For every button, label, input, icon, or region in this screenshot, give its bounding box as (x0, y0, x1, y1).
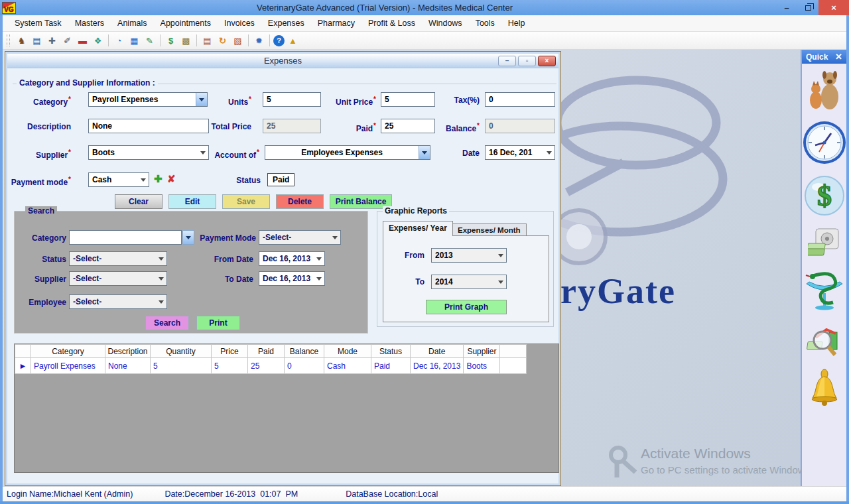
column-header[interactable]: Category (31, 345, 105, 358)
search-to-date-combobox[interactable]: Dec 16, 2013 (259, 271, 325, 286)
cell-balance[interactable]: 0 (285, 358, 324, 374)
instrument-icon[interactable]: ✐ (60, 34, 74, 48)
dialog-close-button[interactable]: × (538, 56, 556, 66)
quick-item-expenses[interactable]: $ (804, 175, 845, 216)
tax-input[interactable]: 0 (485, 92, 555, 107)
table-row[interactable]: ► Payroll Expenses None 5 5 25 0 Cash Pa… (15, 358, 527, 374)
column-header[interactable]: Balance (285, 345, 324, 358)
description-input[interactable]: None (88, 119, 209, 133)
stock-icon[interactable]: ▩ (179, 34, 193, 48)
clock-icon[interactable]: ◔ (112, 34, 126, 48)
cell-price[interactable]: 5 (212, 358, 248, 374)
chevron-down-icon[interactable] (197, 146, 208, 159)
search-status-combobox[interactable]: -Select- (69, 251, 167, 266)
chevron-down-icon[interactable] (495, 249, 506, 262)
chevron-down-icon[interactable] (495, 275, 506, 288)
search-from-date-combobox[interactable]: Dec 16, 2013 (259, 251, 325, 266)
contacts-icon[interactable]: ▤ (30, 34, 44, 48)
menu-expenses[interactable]: Expenses (261, 19, 311, 28)
menu-system-task[interactable]: System Task (8, 19, 68, 28)
help-icon[interactable]: ? (273, 35, 285, 46)
cell-description-selected[interactable]: None (105, 358, 151, 374)
tab-expenses-year[interactable]: Expenses/ Year (383, 221, 453, 236)
search-supplier-combobox[interactable]: -Select- (69, 271, 167, 286)
animals-icon[interactable]: ♞ (15, 34, 29, 48)
clear-button[interactable]: Clear (115, 194, 163, 209)
medicine-icon[interactable]: ▬ (76, 34, 90, 48)
quick-item-cash[interactable] (808, 226, 841, 259)
edit-button[interactable]: Edit (168, 194, 216, 209)
cell-quantity[interactable]: 5 (151, 358, 212, 374)
cell-supplier[interactable]: Boots (464, 358, 500, 374)
chevron-down-icon[interactable] (419, 146, 430, 159)
search-print-button[interactable]: Print (196, 316, 240, 330)
chevron-down-icon[interactable] (137, 173, 149, 186)
menu-masters[interactable]: Masters (68, 19, 111, 28)
quick-item-appointments[interactable] (802, 120, 847, 165)
search-button[interactable]: Search (145, 316, 189, 330)
dialog-maximize-button[interactable]: ▫ (518, 56, 536, 66)
column-header[interactable]: Date (411, 345, 464, 358)
dollar-icon[interactable]: $ (164, 34, 178, 48)
menu-help[interactable]: Help (501, 19, 532, 28)
remove-payment-mode-icon[interactable]: ✘ (167, 173, 176, 185)
refresh-icon[interactable]: ↻ (216, 34, 229, 48)
chevron-down-icon[interactable] (196, 93, 207, 106)
add-payment-mode-icon[interactable]: ✚ (154, 173, 163, 185)
bird-icon[interactable]: ❖ (91, 34, 105, 48)
save-button[interactable]: Save (222, 194, 270, 209)
payment-mode-combobox[interactable]: Cash (88, 172, 149, 187)
cell-paid[interactable]: 25 (248, 358, 285, 374)
quick-item-reports[interactable] (807, 323, 842, 359)
menu-profit-loss[interactable]: Profit & Loss (361, 19, 422, 28)
cell-category[interactable]: Payroll Expenses (31, 358, 105, 374)
print-graph-button[interactable]: Print Graph (426, 300, 507, 314)
date-combobox[interactable]: 16 Dec, 201 (485, 145, 555, 160)
column-header[interactable]: Price (212, 345, 248, 358)
syringe-icon[interactable]: ✚ (45, 34, 59, 48)
print-icon[interactable]: ▤ (200, 34, 214, 48)
quick-item-pets[interactable] (806, 69, 843, 110)
archive-icon[interactable]: ▧ (231, 34, 245, 48)
menu-appointments[interactable]: Appointments (154, 19, 218, 28)
chevron-down-icon[interactable] (329, 231, 340, 244)
category-combobox[interactable]: Payroll Expenses (88, 92, 208, 107)
cell-mode[interactable]: Cash (324, 358, 371, 374)
quick-close-icon[interactable]: ✕ (835, 52, 842, 62)
menu-pharmacy[interactable]: Pharmacy (311, 19, 361, 28)
unit-price-input[interactable]: 5 (381, 92, 435, 107)
current-row-marker-icon[interactable]: ► (15, 358, 31, 374)
chevron-down-icon[interactable] (313, 252, 324, 265)
report-from-combobox[interactable]: 2013 (431, 248, 507, 263)
supplier-combobox[interactable]: Boots (88, 145, 209, 160)
search-payment-mode-combobox[interactable]: -Select- (259, 230, 341, 245)
search-employee-combobox[interactable]: -Select- (69, 294, 167, 309)
chevron-down-icon[interactable] (155, 272, 166, 285)
delete-button[interactable]: Delete (276, 194, 324, 209)
chevron-down-icon[interactable] (155, 295, 166, 308)
column-header[interactable]: Quantity (151, 345, 212, 358)
menu-invoices[interactable]: Invoices (218, 19, 261, 28)
quick-item-pharmacy[interactable] (804, 269, 845, 313)
invoice-icon[interactable]: ✎ (143, 34, 157, 48)
report-to-combobox[interactable]: 2014 (431, 275, 507, 289)
search-category-dropdown-button[interactable] (182, 230, 194, 245)
alarm-icon[interactable]: ✹ (252, 34, 266, 48)
column-header[interactable]: Status (371, 345, 411, 358)
cell-date[interactable]: Dec 16, 2013 (411, 358, 464, 374)
paid-input[interactable]: 25 (381, 119, 435, 133)
units-input[interactable]: 5 (263, 92, 321, 107)
column-header[interactable]: Mode (324, 345, 371, 358)
menu-tools[interactable]: Tools (469, 19, 501, 28)
cell-status[interactable]: Paid (371, 358, 411, 374)
dialog-minimize-button[interactable]: – (498, 56, 516, 66)
chevron-down-icon[interactable] (543, 146, 555, 159)
restore-button[interactable] (797, 0, 818, 15)
account-of-combobox[interactable]: Employees Expenses (265, 145, 430, 160)
close-button[interactable]: × (818, 0, 849, 15)
tab-expenses-month[interactable]: Expenses/ Month (452, 223, 527, 236)
calendar-icon[interactable]: ▦ (127, 34, 141, 48)
quick-item-reminders[interactable] (807, 369, 842, 407)
column-header[interactable]: Description (105, 345, 151, 358)
chevron-down-icon[interactable] (313, 272, 324, 285)
